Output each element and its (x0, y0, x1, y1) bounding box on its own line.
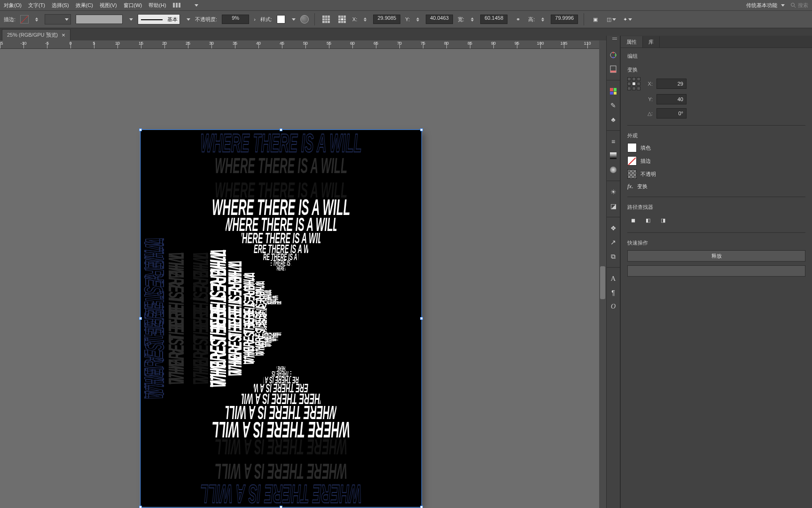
svg-rect-7 (610, 71, 616, 72)
pathfinder-intersect-icon[interactable]: ◨ (657, 214, 669, 226)
graphic-styles-icon[interactable]: ◪ (608, 200, 618, 212)
pathfinder-unite-icon[interactable]: ◼ (627, 214, 639, 226)
layers-panel-icon[interactable]: ❖ (608, 222, 618, 234)
stroke-swatch[interactable] (627, 156, 637, 166)
swatches-panel-icon[interactable] (608, 86, 618, 97)
stroke-color-field[interactable] (76, 15, 123, 24)
artboard[interactable]: WHERE THERE IS A WILLWHERE THERE IS A WI… (141, 130, 421, 507)
stroke-weight-stepper[interactable] (33, 17, 40, 22)
isolate-icon[interactable]: ◫ (606, 14, 617, 25)
svg-point-3 (613, 52, 614, 54)
transform-section-title: 变换 (627, 66, 805, 73)
stroke-panel-icon[interactable]: ≡ (608, 136, 618, 147)
opacity-label: 不透明 (640, 171, 656, 178)
tab-title: 25% (RGB/GPU 预览) (7, 32, 58, 39)
brushes-panel-icon[interactable]: ✎ (608, 100, 618, 111)
angle-input[interactable]: 0° (656, 108, 687, 119)
h-stepper[interactable] (539, 17, 546, 22)
control-bar: 描边: 基本 不透明度: 9% › 样式: X: 29.9085 Y: 40.0… (0, 10, 812, 28)
reference-point-grid[interactable] (627, 77, 640, 90)
x-label: X: (644, 81, 653, 87)
w-input[interactable]: 60.1458 (480, 15, 508, 24)
w-stepper[interactable] (469, 17, 476, 22)
selection-type-label: 编组 (627, 53, 805, 60)
stroke-weight-dropdown[interactable] (45, 14, 71, 24)
panel-dock: ✎ ♣ ≡ ☀ ◪ ❖ ↗ ⧉ A ¶ O (606, 36, 620, 508)
menu-select[interactable]: 选择(S) (52, 2, 69, 9)
quick-actions-title: 快速操作 (627, 239, 805, 246)
menu-type[interactable]: 文字(T) (28, 2, 45, 9)
y-label: Y: (405, 16, 410, 22)
fx-label: 变换 (637, 183, 648, 190)
chevron-down-icon[interactable] (195, 4, 198, 7)
opacity-swatch[interactable] (627, 169, 637, 179)
appearance-section-title: 外观 (627, 132, 805, 139)
search-placeholder: 搜索 (798, 2, 808, 9)
y-input[interactable]: 40 (656, 94, 687, 104)
document-tab[interactable]: 25% (RGB/GPU 预览) × (2, 29, 70, 40)
h-label: 高: (528, 16, 535, 23)
appearance-panel-icon[interactable]: ☀ (608, 186, 618, 198)
search-box[interactable]: 搜索 (790, 2, 808, 9)
artboards-panel-icon[interactable]: ⧉ (608, 251, 618, 262)
envelope-icon[interactable]: ✦ (622, 14, 633, 25)
close-icon[interactable]: × (62, 32, 65, 39)
quick-action-button[interactable] (627, 265, 805, 277)
release-button[interactable]: 释放 (627, 250, 805, 262)
x-input[interactable]: 29.9085 (373, 15, 400, 24)
opacity-label: 不透明度: (195, 16, 217, 23)
style-label: 样式: (260, 16, 272, 23)
menu-bar: 对象(O) 文字(T) 选择(S) 效果(C) 视图(V) 窗口(W) 帮助(H… (0, 0, 812, 10)
menu-view[interactable]: 视图(V) (100, 2, 117, 9)
chevron-down-icon[interactable] (187, 18, 190, 21)
scrollbar-thumb[interactable] (600, 266, 605, 299)
arrange-docs-icon[interactable] (173, 2, 186, 8)
recolor-artwork-icon[interactable] (300, 15, 309, 24)
workspace-label: 传统基本功能 (746, 2, 777, 9)
shape-mode-icon[interactable]: ▣ (590, 14, 601, 25)
tab-libraries[interactable]: 库 (643, 36, 660, 48)
paragraph-panel-icon[interactable]: ¶ (608, 287, 618, 298)
y-input[interactable]: 40.0463 (426, 15, 453, 24)
properties-panel: 属性 库 编组 变换 X: 29 Y: 40 △: 0° 外观 (620, 36, 812, 508)
color-guide-icon[interactable] (608, 64, 618, 75)
links-panel-icon[interactable]: ↗ (608, 237, 618, 248)
chevron-down-icon[interactable] (292, 18, 296, 21)
w-label: 宽: (458, 16, 464, 23)
fill-swatch[interactable] (627, 143, 637, 152)
link-wh-icon[interactable]: ⚭ (512, 14, 523, 25)
fx-icon[interactable]: fx. (627, 183, 633, 190)
character-panel-icon[interactable]: A (608, 273, 618, 284)
h-input[interactable]: 79.9996 (551, 15, 578, 24)
x-stepper[interactable] (362, 17, 368, 22)
chevron-down-icon[interactable] (129, 18, 133, 21)
panel-tabs: 属性 库 (621, 36, 812, 48)
menu-help[interactable]: 帮助(H) (148, 2, 166, 9)
stroke-swatch[interactable] (20, 15, 29, 24)
x-input[interactable]: 29 (656, 79, 687, 89)
color-panel-icon[interactable] (608, 49, 618, 61)
tab-properties[interactable]: 属性 (621, 36, 643, 48)
pathfinder-section-title: 路径查找器 (627, 204, 805, 211)
svg-point-4 (615, 55, 617, 56)
vertical-scrollbar[interactable] (599, 40, 606, 508)
transform-anchor-icon[interactable] (336, 14, 348, 25)
canvas[interactable]: WHERE THERE IS A WILLWHERE THERE IS A WI… (0, 49, 606, 508)
brush-definition[interactable]: 基本 (138, 14, 180, 24)
symbols-panel-icon[interactable]: ♣ (608, 114, 618, 125)
graphic-style-swatch[interactable] (277, 15, 285, 24)
workspace-switcher[interactable]: 传统基本功能 (746, 2, 785, 9)
menu-effect[interactable]: 效果(C) (76, 2, 93, 9)
opacity-input[interactable]: 9% (222, 15, 249, 24)
dock-collapse-icon[interactable] (612, 38, 617, 40)
menu-window[interactable]: 窗口(W) (124, 2, 142, 9)
gradient-panel-icon[interactable] (608, 150, 618, 161)
horizontal-ruler[interactable]: -15-10-505101520253035404550556065707580… (0, 40, 606, 49)
opentype-panel-icon[interactable]: O (608, 301, 618, 312)
transparency-panel-icon[interactable] (608, 164, 618, 175)
y-label: Y: (644, 96, 653, 102)
pathfinder-minus-icon[interactable]: ◧ (642, 214, 654, 226)
y-stepper[interactable] (414, 17, 421, 22)
align-icon[interactable] (320, 14, 332, 25)
menu-object[interactable]: 对象(O) (4, 2, 22, 9)
